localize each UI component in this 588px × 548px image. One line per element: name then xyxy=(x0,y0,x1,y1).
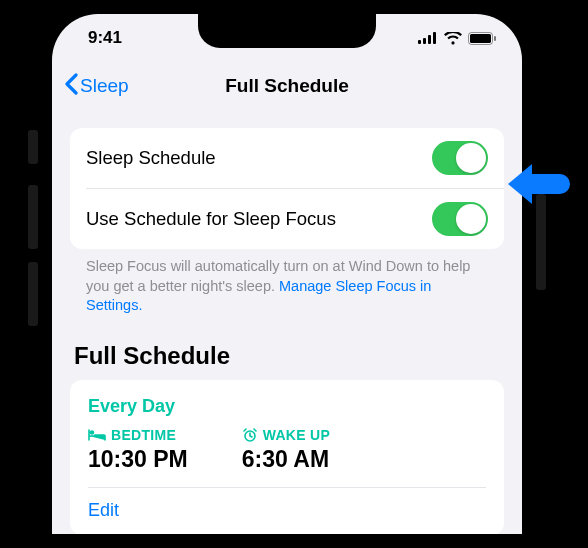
back-button[interactable]: Sleep xyxy=(64,73,129,99)
sleep-schedule-toggle[interactable] xyxy=(432,141,488,175)
schedule-card: Every Day BEDTIME 10:30 PM WAKE UP xyxy=(70,380,504,534)
bedtime-label: BEDTIME xyxy=(111,427,176,443)
nav-bar: Sleep Full Schedule xyxy=(52,62,522,110)
bedtime-column: BEDTIME 10:30 PM xyxy=(88,427,188,473)
wakeup-value: 6:30 AM xyxy=(242,446,330,473)
cellular-icon xyxy=(418,32,438,44)
bed-icon xyxy=(88,429,106,441)
back-label: Sleep xyxy=(80,75,129,97)
wakeup-label: WAKE UP xyxy=(263,427,330,443)
phone-frame: 9:41 Sleep Full Schedule Sleep Schedule xyxy=(38,0,536,548)
power-button xyxy=(536,194,546,290)
volume-down-button xyxy=(28,262,38,326)
wifi-icon xyxy=(444,32,462,45)
use-focus-toggle[interactable] xyxy=(432,202,488,236)
phone-screen: 9:41 Sleep Full Schedule Sleep Schedule xyxy=(52,14,522,534)
svg-rect-5 xyxy=(470,34,491,43)
svg-rect-1 xyxy=(423,38,426,44)
bedtime-value: 10:30 PM xyxy=(88,446,188,473)
edit-button[interactable]: Edit xyxy=(88,500,486,521)
svg-rect-0 xyxy=(418,40,421,44)
use-focus-row: Use Schedule for Sleep Focus xyxy=(86,188,504,249)
arrow-head-icon xyxy=(508,164,532,204)
svg-rect-6 xyxy=(494,36,496,41)
page-title: Full Schedule xyxy=(64,75,510,97)
volume-up-button xyxy=(28,185,38,249)
use-focus-label: Use Schedule for Sleep Focus xyxy=(86,208,336,230)
toggles-card: Sleep Schedule Use Schedule for Sleep Fo… xyxy=(70,128,504,249)
svg-rect-3 xyxy=(433,32,436,44)
arrow-shaft xyxy=(532,174,570,194)
chevron-left-icon xyxy=(64,73,78,99)
sleep-schedule-label: Sleep Schedule xyxy=(86,147,216,169)
notch xyxy=(198,14,376,48)
section-title: Full Schedule xyxy=(70,316,504,380)
footer-note: Sleep Focus will automatically turn on a… xyxy=(70,249,504,316)
sleep-schedule-row: Sleep Schedule xyxy=(70,128,504,188)
wakeup-column: WAKE UP 6:30 AM xyxy=(242,427,330,473)
schedule-times: BEDTIME 10:30 PM WAKE UP 6:30 AM xyxy=(88,427,486,488)
battery-icon xyxy=(468,32,496,45)
volume-silent-switch xyxy=(28,130,38,164)
schedule-frequency: Every Day xyxy=(88,396,486,417)
alarm-icon xyxy=(242,428,258,442)
svg-rect-2 xyxy=(428,35,431,44)
callout-arrow xyxy=(508,164,570,204)
